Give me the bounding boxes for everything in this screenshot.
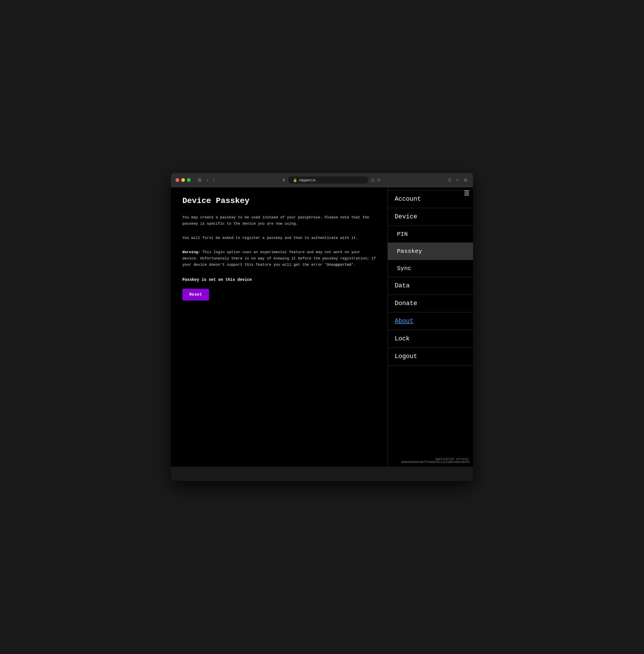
version-label: application version: <box>391 457 469 461</box>
intro-paragraph-2: You will first be asked to register a pa… <box>182 235 376 241</box>
close-button[interactable] <box>176 178 179 182</box>
lock-icon: 🔒 <box>293 178 297 182</box>
browser-window: ⊞ ‹ › ⬆ 🔒 clipperz.is ⊡ ↻ ⎙ + ⧉ Device P… <box>171 173 473 481</box>
reader-mode-icon: ⊡ <box>371 178 374 182</box>
sidebar-item-data[interactable]: Data <box>388 277 473 295</box>
url-text: clipperz.is <box>299 178 316 182</box>
sidebar-item-account[interactable]: Account <box>388 190 473 208</box>
sidebar-item-sync[interactable]: Sync <box>388 260 473 277</box>
browser-chrome: ⊞ ‹ › ⬆ 🔒 clipperz.is ⊡ ↻ ⎙ + ⧉ <box>171 173 473 187</box>
new-tab-button[interactable]: + <box>455 177 460 183</box>
app-container: Device Passkey You may create a passkey … <box>171 187 473 467</box>
warning-label: Warning: <box>182 250 200 254</box>
sidebar-item-about[interactable]: About <box>388 313 473 330</box>
sidebar-item-lock[interactable]: Lock <box>388 330 473 348</box>
sidebar-item-pin[interactable]: PIN <box>388 226 473 243</box>
address-bar-wrapper: ⬆ 🔒 clipperz.is ⊡ ↻ <box>220 177 443 184</box>
unsupported-code: 'Unsupported' <box>325 263 353 267</box>
maximize-button[interactable] <box>187 178 191 182</box>
minimize-button[interactable] <box>181 178 185 182</box>
address-bar[interactable]: 🔒 clipperz.is <box>289 177 368 184</box>
warning-paragraph: Warning: This login option uses an exper… <box>182 249 376 268</box>
share-icon: ⬆ <box>282 178 285 182</box>
warning-end: . <box>354 263 356 267</box>
passkey-status: Passkey is set on this device <box>182 277 376 282</box>
reset-button[interactable]: Reset <box>182 289 209 300</box>
app-version: application version: d69e5a53a0c897f783d… <box>388 455 473 467</box>
version-hash: d69e5a53a0c897f783dd7bc111318bcebb2304fb <box>391 461 469 464</box>
browser-actions: ⎙ + ⧉ <box>447 177 468 183</box>
forward-button[interactable]: › <box>212 177 216 183</box>
main-content: Device Passkey You may create a passkey … <box>171 187 388 467</box>
page-title: Device Passkey <box>182 197 376 205</box>
sidebar-item-logout[interactable]: Logout <box>388 348 473 365</box>
browser-controls: ⊞ ‹ › <box>196 177 216 183</box>
sidebar: ☰ Account Device PIN Passkey Sync Data D… <box>388 187 473 467</box>
sidebar-toggle-button[interactable]: ⊞ <box>196 177 203 183</box>
share-button[interactable]: ⎙ <box>447 177 453 183</box>
sidebar-item-device[interactable]: Device <box>388 208 473 226</box>
back-button[interactable]: ‹ <box>205 177 209 183</box>
tabs-button[interactable]: ⧉ <box>462 177 468 183</box>
sidebar-item-donate[interactable]: Donate <box>388 295 473 313</box>
traffic-lights <box>176 178 191 182</box>
intro-paragraph-1: You may create a passkey to be used inst… <box>182 215 376 227</box>
nav-menu: Account Device PIN Passkey Sync Data Don… <box>388 190 473 365</box>
hamburger-menu-button[interactable]: ☰ <box>464 189 469 197</box>
reload-icon[interactable]: ↻ <box>377 178 381 182</box>
sidebar-item-passkey[interactable]: Passkey <box>388 243 473 260</box>
